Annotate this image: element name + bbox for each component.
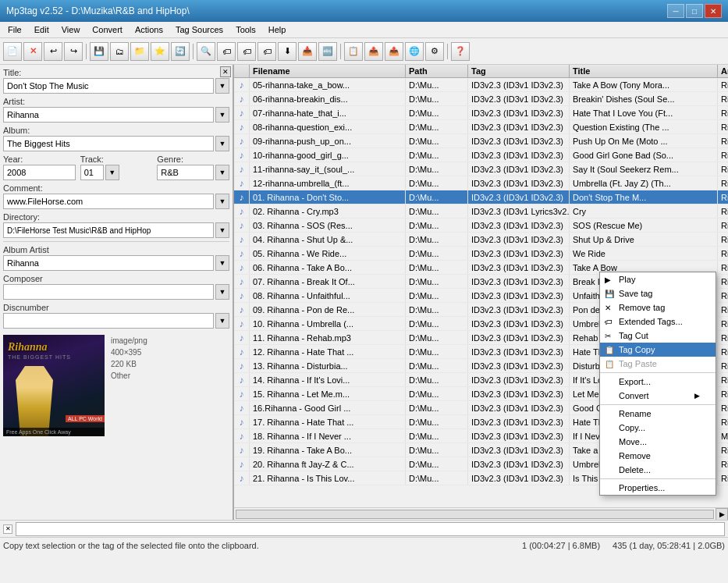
toolbar-help[interactable]: ❓ bbox=[451, 42, 470, 61]
context-menu-item-convert[interactable]: Convert▶ bbox=[600, 389, 716, 403]
title-input[interactable] bbox=[3, 78, 214, 94]
col-header-path[interactable]: Path bbox=[406, 65, 468, 77]
art-pc-badge: ALL PC World bbox=[66, 415, 105, 422]
toolbar-btn13[interactable]: 📋 bbox=[344, 42, 363, 61]
menu-item-file[interactable]: File bbox=[3, 23, 27, 36]
table-row[interactable]: ♪10-rihanna-good_girl_g...D:\Mu...ID3v2.… bbox=[234, 148, 728, 162]
table-row[interactable]: ♪04. Rihanna - Shut Up &...D:\Mu...ID3v2… bbox=[234, 233, 728, 247]
toolbar-undo[interactable]: ↩ bbox=[44, 42, 62, 61]
toolbar-btn17[interactable]: ⚙ bbox=[425, 42, 444, 61]
file-tag: ID3v2.3 (ID3v1 ID3v2.3) bbox=[468, 162, 570, 176]
genre-input[interactable] bbox=[157, 165, 214, 180]
menu-item-convert[interactable]: Convert bbox=[87, 23, 127, 36]
menu-item-actions[interactable]: Actions bbox=[130, 23, 168, 36]
minimize-button[interactable]: ─ bbox=[667, 4, 684, 18]
toolbar-btn16[interactable]: 🌐 bbox=[405, 42, 424, 61]
context-menu-item-tag-copy[interactable]: 📋Tag Copy bbox=[600, 343, 716, 357]
toolbar-btn14[interactable]: 📤 bbox=[364, 42, 383, 61]
context-menu-item-remove[interactable]: Remove bbox=[600, 449, 716, 463]
artist-dropdown-btn[interactable]: ▼ bbox=[215, 107, 229, 123]
bottom-close-btn[interactable]: ✕ bbox=[3, 524, 12, 534]
menu-item-tag sources[interactable]: Tag Sources bbox=[171, 23, 228, 36]
table-row[interactable]: ♪05. Rihanna - We Ride...D:\Mu...ID3v2.3… bbox=[234, 247, 728, 261]
table-row[interactable]: ♪02. Rihanna - Cry.mp3D:\Mu...ID3v2.3 (I… bbox=[234, 204, 728, 219]
album-artist-input[interactable] bbox=[3, 255, 214, 271]
col-header-filename[interactable]: Filename bbox=[250, 65, 406, 77]
title-dropdown-btn[interactable]: ▼ bbox=[215, 78, 229, 94]
toolbar-btn2[interactable]: 🗂 bbox=[110, 42, 129, 61]
toolbar-btn3[interactable]: 📁 bbox=[130, 42, 149, 61]
ctx-item-label: Move... bbox=[619, 437, 700, 446]
table-row[interactable]: ♪03. Rihanna - SOS (Res...D:\Mu...ID3v2.… bbox=[234, 219, 728, 233]
toolbar-btn8[interactable]: 🏷 bbox=[237, 42, 256, 61]
comment-input[interactable] bbox=[3, 194, 214, 209]
context-menu-item-rename[interactable]: Rename bbox=[600, 407, 716, 421]
context-menu-item-tag-cut[interactable]: ✂Tag Cut bbox=[600, 329, 716, 343]
context-menu-item-save-tag[interactable]: 💾Save tag bbox=[600, 286, 716, 300]
menu-item-edit[interactable]: Edit bbox=[30, 23, 54, 36]
table-row[interactable]: ♪08-rihanna-question_exi...D:\Mu...ID3v2… bbox=[234, 120, 728, 134]
close-button[interactable]: ✕ bbox=[705, 4, 722, 18]
table-row[interactable]: ♪09-rihanna-push_up_on...D:\Mu...ID3v2.3… bbox=[234, 134, 728, 148]
composer-dropdown-btn[interactable]: ▼ bbox=[215, 284, 229, 300]
context-menu-item-properties[interactable]: Properties... bbox=[600, 481, 716, 495]
file-title: Cry bbox=[570, 204, 718, 218]
toolbar-btn15[interactable]: 📤 bbox=[385, 42, 403, 61]
year-track-genre-row: Year: Track: ▼ Genre: ▼ bbox=[3, 155, 229, 180]
table-row[interactable]: ♪05-rihanna-take_a_bow...D:\Mu...ID3v2.3… bbox=[234, 78, 728, 92]
context-menu-item-copy[interactable]: Copy... bbox=[600, 421, 716, 435]
table-row[interactable]: ♪12-rihanna-umbrella_(ft...D:\Mu...ID3v2… bbox=[234, 176, 728, 190]
track-dropdown-btn[interactable]: ▼ bbox=[105, 165, 119, 180]
toolbar-save[interactable]: 💾 bbox=[90, 42, 108, 61]
composer-input[interactable] bbox=[3, 284, 214, 300]
col-header-title[interactable]: Title bbox=[570, 65, 718, 77]
context-menu-item-remove-tag[interactable]: ✕Remove tag bbox=[600, 300, 716, 315]
toolbar-open[interactable]: ✕ bbox=[23, 42, 42, 61]
directory-dropdown-btn[interactable]: ▼ bbox=[215, 222, 229, 238]
track-input[interactable] bbox=[80, 165, 104, 180]
scroll-right-btn[interactable]: ▶ bbox=[716, 508, 728, 521]
genre-dropdown-btn[interactable]: ▼ bbox=[215, 165, 229, 180]
year-input[interactable] bbox=[3, 165, 76, 180]
directory-input[interactable] bbox=[3, 222, 214, 238]
toolbar-btn12[interactable]: 🔤 bbox=[318, 42, 337, 61]
table-row[interactable]: ♪01. Rihanna - Don't Sto...D:\Mu...ID3v2… bbox=[234, 190, 728, 204]
col-header-tag[interactable]: Tag bbox=[468, 65, 570, 77]
context-menu-item-move[interactable]: Move... bbox=[600, 435, 716, 449]
menu-item-view[interactable]: View bbox=[57, 23, 85, 36]
toolbar-btn5[interactable]: 🔄 bbox=[171, 42, 190, 61]
toolbar-redo[interactable]: ↪ bbox=[64, 42, 83, 61]
album-input[interactable] bbox=[3, 136, 214, 151]
toolbar-btn11[interactable]: 📥 bbox=[298, 42, 317, 61]
toolbar-btn7[interactable]: 🏷 bbox=[217, 42, 236, 61]
comment-dropdown-btn[interactable]: ▼ bbox=[215, 194, 229, 209]
file-path: D:\Mu... bbox=[406, 162, 468, 176]
toolbar-new[interactable]: 📄 bbox=[3, 42, 22, 61]
artist-input[interactable] bbox=[3, 107, 214, 123]
table-row[interactable]: ♪11-rihanna-say_it_(soul_...D:\Mu...ID3v… bbox=[234, 162, 728, 176]
context-menu-item-export[interactable]: Export... bbox=[600, 375, 716, 389]
toolbar-btn9[interactable]: 🏷 bbox=[257, 42, 276, 61]
maximize-button[interactable]: □ bbox=[686, 4, 703, 18]
col-header-artist[interactable]: Artist bbox=[718, 65, 728, 77]
album-artist-dropdown-btn[interactable]: ▼ bbox=[215, 255, 229, 271]
toolbar-btn4[interactable]: ⭐ bbox=[151, 42, 169, 61]
discnumber-input[interactable] bbox=[3, 313, 214, 329]
context-menu-item-play[interactable]: ▶Play bbox=[600, 272, 716, 286]
horizontal-scrollbar[interactable] bbox=[236, 510, 714, 519]
discnumber-dropdown-btn[interactable]: ▼ bbox=[215, 313, 229, 329]
bottom-input[interactable] bbox=[16, 522, 725, 536]
toolbar-btn10[interactable]: ⬇ bbox=[278, 42, 297, 61]
toolbar-btn6[interactable]: 🔍 bbox=[197, 42, 215, 61]
menu-item-tools[interactable]: Tools bbox=[231, 23, 261, 36]
context-menu-item-extended-tags[interactable]: 🏷Extended Tags... bbox=[600, 315, 716, 329]
table-row[interactable]: ♪07-rihanna-hate_that_i...D:\Mu...ID3v2.… bbox=[234, 106, 728, 120]
file-tag: ID3v2.3 (ID3v1 ID3v2.3) bbox=[468, 303, 570, 316]
table-row[interactable]: ♪06-rihanna-breakin_dis...D:\Mu...ID3v2.… bbox=[234, 92, 728, 106]
album-dropdown-btn[interactable]: ▼ bbox=[215, 136, 229, 151]
context-menu-item-delete[interactable]: Delete... bbox=[600, 463, 716, 477]
toolbar-sep3 bbox=[340, 44, 341, 59]
music-file-icon: ♪ bbox=[240, 178, 244, 189]
left-panel-close-btn[interactable]: ✕ bbox=[220, 66, 231, 77]
menu-item-help[interactable]: Help bbox=[264, 23, 291, 36]
